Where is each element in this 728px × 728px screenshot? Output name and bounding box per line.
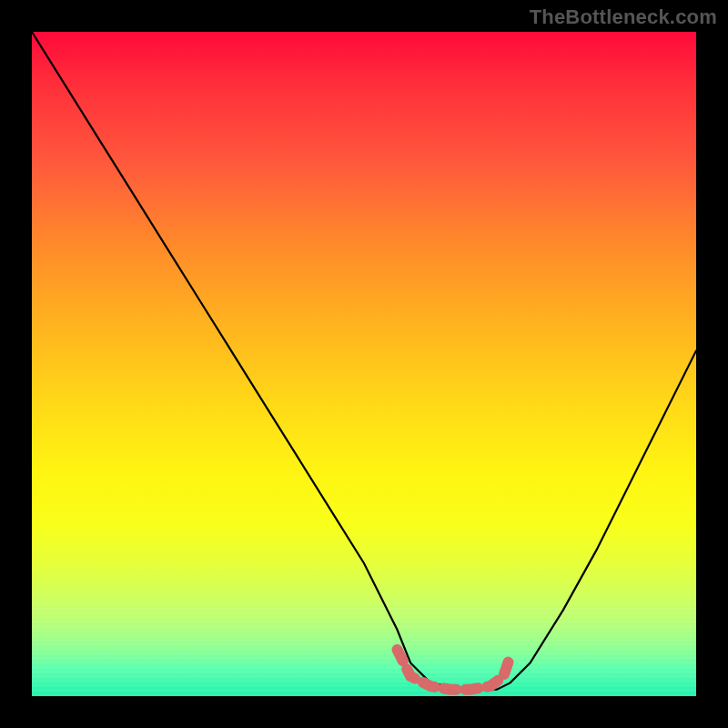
bottleneck-curve bbox=[32, 32, 696, 690]
curve-svg bbox=[32, 32, 696, 696]
plot-area bbox=[32, 32, 696, 696]
chart-frame: TheBottleneck.com bbox=[0, 0, 728, 728]
watermark-text: TheBottleneck.com bbox=[530, 5, 717, 29]
gradient-stripes bbox=[32, 603, 696, 696]
